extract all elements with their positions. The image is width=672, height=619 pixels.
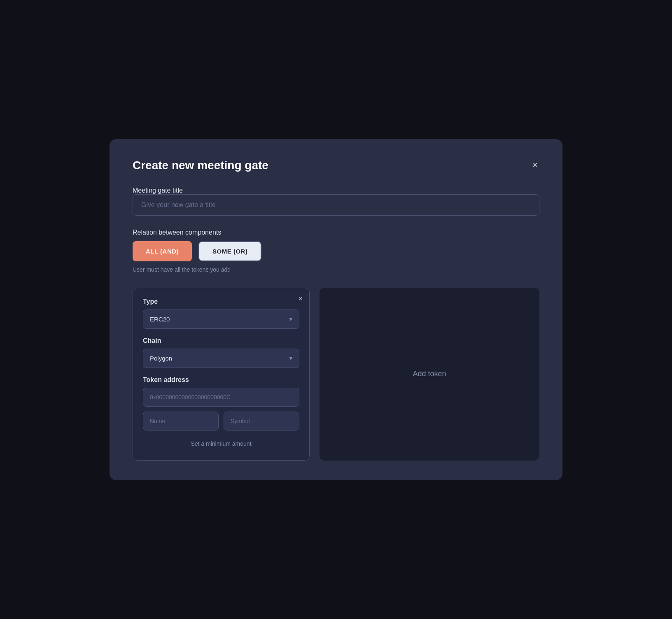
token-symbol-input[interactable] bbox=[224, 412, 299, 431]
add-token-panel[interactable]: Add token bbox=[320, 288, 539, 461]
chain-label: Chain bbox=[143, 337, 299, 344]
token-card: × Type ERC20 ▼ Chain Polygon ▼ Token add… bbox=[133, 288, 310, 461]
btn-all-and[interactable]: ALL (AND) bbox=[133, 241, 192, 261]
modal-overlay: Create new meeting gate × Meeting gate t… bbox=[0, 0, 672, 619]
modal-header: Create new meeting gate × bbox=[133, 159, 539, 172]
token-area: × Type ERC20 ▼ Chain Polygon ▼ Token add… bbox=[133, 288, 539, 461]
relation-buttons: ALL (AND) SOME (OR) bbox=[133, 241, 539, 261]
type-select[interactable]: ERC20 bbox=[143, 310, 299, 329]
modal-title: Create new meeting gate bbox=[133, 159, 268, 172]
modal-container: Create new meeting gate × Meeting gate t… bbox=[110, 139, 562, 480]
btn-some-or[interactable]: SOME (OR) bbox=[198, 241, 261, 261]
token-address-input[interactable] bbox=[143, 388, 299, 407]
type-select-wrapper: ERC20 ▼ bbox=[143, 310, 299, 329]
address-label: Token address bbox=[143, 376, 299, 384]
relation-section: Relation between components ALL (AND) SO… bbox=[133, 229, 539, 273]
relation-label: Relation between components bbox=[133, 229, 539, 236]
name-symbol-row bbox=[143, 412, 299, 431]
title-field-label: Meeting gate title bbox=[133, 187, 183, 194]
chain-select[interactable]: Polygon bbox=[143, 349, 299, 368]
set-minimum-button[interactable]: Set a minimium amount bbox=[143, 437, 299, 450]
token-name-input[interactable] bbox=[143, 412, 219, 431]
title-input[interactable] bbox=[133, 194, 539, 216]
token-card-close-button[interactable]: × bbox=[298, 295, 303, 303]
type-label: Type bbox=[143, 298, 299, 305]
chain-select-wrapper: Polygon ▼ bbox=[143, 349, 299, 368]
modal-close-button[interactable]: × bbox=[531, 159, 539, 171]
relation-hint: User must have all the tokens you add bbox=[133, 266, 539, 273]
add-token-label: Add token bbox=[413, 370, 446, 378]
